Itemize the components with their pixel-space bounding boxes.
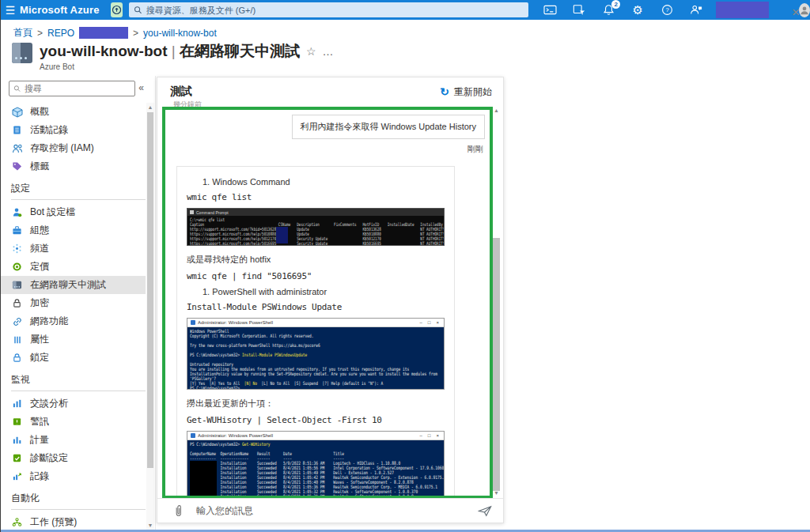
powershell-screenshot-1: Administrator: Windows PowerShell –□× Wi… [187,318,445,390]
notifications-bell-icon[interactable]: 2 [601,3,615,17]
avatar[interactable] [799,3,810,17]
panel-title: 測試 [170,85,192,99]
global-search[interactable] [129,2,528,17]
send-icon[interactable] [478,505,492,517]
scrollbar-thumb[interactable] [147,112,153,468]
sidebar-item-alerts[interactable]: 警訊 [1,413,146,431]
maximize-icon: □ [428,320,431,325]
scroll-down-icon[interactable]: ▼ [146,523,154,528]
notification-badge: 2 [611,0,620,9]
computername-redaction [190,461,217,499]
scroll-up-icon[interactable]: ▲ [146,104,154,110]
chat-input-row [157,498,503,523]
sidebar-item-networking[interactable]: 網路功能 [1,312,146,330]
topbar-icons: 2 ⚙ ? [543,3,703,17]
more-options-icon[interactable]: … [323,45,334,58]
sidebar-item-configuration[interactable]: 組態 [1,221,146,240]
search-icon [13,85,21,92]
webchat-test-icon [11,279,23,291]
divider [11,509,146,510]
highlighted-launcher-chip[interactable] [111,2,123,17]
page-header: you-will-know-bot | 在網路聊天中測試 ☆ … Azure B… [12,41,799,73]
chat-transcript: 利用內建指令來取得 Windows Update History 剛剛 1. W… [165,110,490,496]
account-redaction [716,2,769,18]
sidebar-search-input[interactable] [25,84,131,93]
sidebar-item-iam[interactable]: 存取控制 (IAM) [1,139,146,157]
close-icon: × [436,433,439,438]
lock-icon [11,352,23,364]
breadcrumb-current[interactable]: you-will-know-bot [143,28,217,39]
chat-message-input[interactable] [196,505,465,516]
networking-link-icon [11,315,23,327]
scroll-down-icon[interactable]: ▼ [492,490,501,496]
resource-type-label: Azure Bot [40,62,334,71]
sidebar-item-locks[interactable]: 鎖定 [1,349,146,367]
sidebar-item-channels[interactable]: 頻道 [1,240,146,258]
encryption-lock-icon [11,297,23,309]
sidebar-item-test-in-webchat[interactable]: 在網路聊天中測試 [1,276,146,294]
window-controls: –□× [420,320,441,325]
settings-gear-icon[interactable]: ⚙ [630,3,645,17]
sidebar-item-encryption[interactable]: 加密 [1,294,146,312]
sidebar-item-metrics[interactable]: 計量 [1,431,146,449]
breadcrumb-home[interactable]: 首頁 [13,26,32,40]
code-snippet: Get-WUHisotry | Select-Object -First 10 [187,415,445,425]
feedback-icon[interactable] [689,3,703,17]
azure-brand[interactable]: Microsoft Azure [20,4,100,16]
list-item: 1. PowerShell with administrator [187,287,445,296]
bot-text: 或是尋找特定的 hotfix [187,254,445,266]
window-title: Administrator: Windows PowerShell [198,320,418,325]
sidebar-item-pricing[interactable]: 定價 [1,258,146,276]
bot-profile-icon [11,206,23,218]
azure-portal-window: ☰ Microsoft Azure 2 [0,0,810,532]
bot-resource-icon [12,43,32,63]
minimize-icon: – [420,433,422,438]
hamburger-menu-icon[interactable]: ☰ [1,4,20,17]
chat-scrollbar[interactable]: ▲ ▼ [492,108,501,496]
sidebar-item-tags[interactable]: 標籤 [1,157,146,175]
sidebar-item-conversation-analytics[interactable]: 交談分析 [1,394,146,413]
code-snippet: wmic qfe list [187,192,445,202]
sidebar-item-overview[interactable]: 概觀 [1,103,146,121]
scroll-up-icon[interactable]: ▲ [492,108,501,113]
cmd-icon [190,210,194,214]
scrollbar-thumb[interactable] [493,238,500,491]
sidebar-item-tasks-preview[interactable]: 工作 (預覽) [1,513,146,530]
logs-icon [11,470,23,482]
csname-redaction [276,227,288,243]
global-search-input[interactable] [146,6,524,15]
breadcrumb-repo[interactable]: REPO [47,28,74,39]
page-title: you-will-know-bot | 在網路聊天中測試 [40,41,300,62]
sidebar-item-bot-profile[interactable]: Bot 設定檔 [1,203,146,221]
svg-text:?: ? [665,6,668,13]
terminal-line: InstallationPolicy value by running the … [190,372,441,376]
powershell-screenshot-2: Administrator: Windows PowerShell –□× PS… [187,431,445,499]
cloud-shell-icon[interactable] [543,3,557,17]
sidebar-item-activity-log[interactable]: 活動記錄 [1,121,146,139]
close-blade-icon[interactable]: × [792,5,800,21]
breadcrumb-redaction [79,27,128,39]
favorite-star-icon[interactable]: ☆ [306,45,316,58]
activity-log-icon [11,124,23,136]
sidebar-scrollbar[interactable]: ▲ ▼ [146,103,154,530]
breadcrumb-separator: > [133,28,138,39]
divider [11,199,146,200]
sidebar-item-logs[interactable]: 記錄 [1,467,146,485]
restart-button[interactable]: ↻ 重新開始 [440,85,492,99]
sidebar-search[interactable] [9,81,135,96]
sidebar-item-properties[interactable]: 屬性 [1,330,146,349]
user-message-bubble: 利用內建指令來取得 Windows Update History [292,115,486,139]
metrics-chart-icon [11,434,23,446]
directory-filter-icon[interactable] [572,3,586,17]
paperclip-icon[interactable] [173,504,184,518]
collapse-sidebar-icon[interactable]: « [138,82,144,93]
iam-people-icon [11,142,23,154]
window-controls: –□× [420,433,441,438]
message-time: 剛剛 [170,144,483,155]
refresh-icon: ↻ [440,85,449,98]
minimize-icon: – [420,320,422,325]
help-icon[interactable]: ? [660,3,674,17]
sidebar-item-diagnostic-settings[interactable]: 診斷設定 [1,449,146,467]
top-bar: ☰ Microsoft Azure 2 [1,0,810,20]
sidebar-section-automation: 自動化 [1,485,146,509]
